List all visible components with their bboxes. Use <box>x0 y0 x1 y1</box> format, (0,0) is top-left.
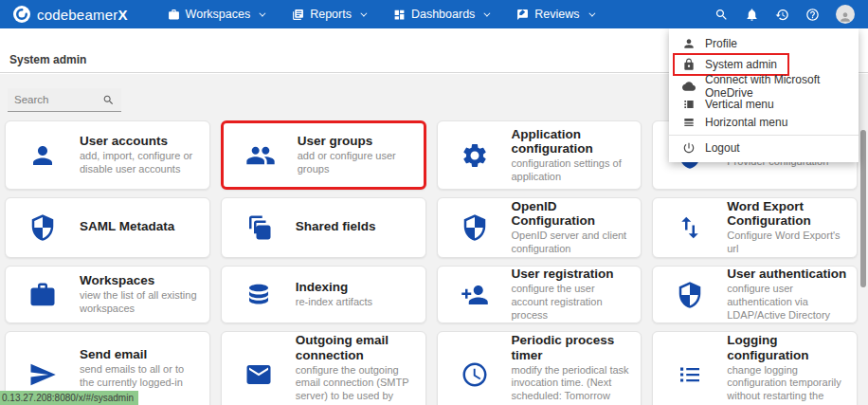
chevron-down-icon <box>260 9 266 16</box>
card-subtitle: re-index artifacts <box>296 296 416 309</box>
card-title: Logging configuration <box>727 333 847 361</box>
menu-item-horizontal-menu[interactable]: Horizontal menu <box>669 113 859 131</box>
card-user-groups[interactable]: User groupsadd or configure user groups <box>221 120 426 190</box>
menu-item-label: Profile <box>705 37 737 50</box>
shield-icon <box>653 281 727 309</box>
card-outgoing-email-connection[interactable]: Outgoing email connectionconfigure the o… <box>221 331 426 405</box>
menu-label: Reports <box>310 8 352 21</box>
card-title: User registration <box>512 267 632 281</box>
clock-icon <box>438 360 512 389</box>
history-icon[interactable] <box>775 8 789 22</box>
card-title: Send email <box>80 347 200 361</box>
scrollbar-thumb[interactable] <box>860 130 866 287</box>
card-title: Workspaces <box>80 273 200 287</box>
card-title: OpenID Configuration <box>512 199 632 228</box>
briefcase-icon <box>6 281 80 309</box>
card-saml-metadata[interactable]: SAML Metadata <box>5 197 210 258</box>
card-title: User accounts <box>80 134 200 148</box>
card-openid-configuration[interactable]: OpenID ConfigurationOpenID server and cl… <box>437 197 642 258</box>
cloud-icon <box>682 80 696 93</box>
user-dropdown-menu: Profile System admin Connect with Micros… <box>669 28 859 162</box>
notifications-icon[interactable] <box>745 8 759 22</box>
menu-item-label: Vertical menu <box>705 98 774 111</box>
card-subtitle: view the list of all existing workspaces <box>80 289 200 316</box>
menu-workspaces[interactable]: Workspaces <box>168 8 264 21</box>
horizontal-menu-icon <box>682 116 696 129</box>
chevron-down-icon <box>484 9 491 16</box>
status-url: 0.13.27.208:8080/x/#/sysadmin <box>0 391 138 405</box>
layers-icon <box>222 213 296 242</box>
reviews-icon <box>516 9 529 21</box>
user-icon <box>6 141 80 170</box>
menu-item-label: Connect with Microsoft OneDrive <box>705 73 845 100</box>
navbar-actions <box>714 5 855 24</box>
card-word-export-configuration[interactable]: Word Export ConfigurationConfigure Word … <box>652 197 858 258</box>
card-title: Application configuration <box>512 127 632 156</box>
card-title: Periodic process timer <box>512 333 632 361</box>
menu-item-onedrive[interactable]: Connect with Microsoft OneDrive <box>669 77 859 95</box>
card-indexing[interactable]: Indexingre-index artifacts <box>221 266 426 323</box>
database-icon <box>222 281 296 309</box>
card-subtitle: OpenID server and client configuration <box>512 230 632 256</box>
card-title: User authentication <box>727 267 847 281</box>
profile-icon <box>682 37 696 50</box>
send-icon <box>6 360 80 389</box>
menu-reports[interactable]: Reports <box>292 8 365 21</box>
search-input[interactable] <box>14 94 102 105</box>
card-subtitle: configure the outgoing email connection … <box>296 364 416 405</box>
search-icon[interactable] <box>714 8 729 22</box>
card-subtitle: add, import, configure or disable user a… <box>80 150 200 176</box>
envelope-icon <box>222 360 296 389</box>
avatar-person-icon <box>839 10 852 24</box>
chevron-down-icon <box>588 9 595 16</box>
menu-item-label: System admin <box>705 58 777 71</box>
card-subtitle: change logging configuration temporarily… <box>727 364 847 405</box>
card-periodic-process-timer[interactable]: Periodic process timermodify the periodi… <box>437 331 642 405</box>
menu-item-profile[interactable]: Profile <box>669 34 859 52</box>
shield-icon <box>6 213 80 242</box>
card-user-accounts[interactable]: User accountsadd, import, configure or d… <box>5 120 210 190</box>
card-title: User groups <box>298 134 414 148</box>
top-navbar: codebeamerX Workspaces Reports Dashboard… <box>0 0 868 28</box>
card-shared-fields[interactable]: Shared fields <box>221 197 426 258</box>
power-icon <box>682 141 696 155</box>
help-icon[interactable] <box>805 8 820 22</box>
card-application-configuration[interactable]: Application configurationconfiguration s… <box>437 120 642 190</box>
card-user-registration[interactable]: User registrationconfigure the user acco… <box>437 266 642 323</box>
search-icon[interactable] <box>102 94 115 106</box>
card-subtitle: configure user authentication via LDAP/A… <box>727 283 847 322</box>
menu-reviews[interactable]: Reviews <box>516 8 592 21</box>
search-field <box>8 88 121 112</box>
users-icon <box>224 140 298 171</box>
menu-label: Workspaces <box>186 8 251 21</box>
menu-item-logout[interactable]: Logout <box>669 138 859 156</box>
menu-item-label: Logout <box>705 141 740 155</box>
page-title: System admin <box>9 53 86 66</box>
dashboard-icon <box>393 9 406 21</box>
briefcase-icon <box>168 9 180 21</box>
card-subtitle: add or configure user groups <box>298 150 414 176</box>
list-icon <box>653 360 727 389</box>
main-menu: Workspaces Reports Dashboards Reviews <box>168 8 593 21</box>
menu-dashboards[interactable]: Dashboards <box>393 8 488 21</box>
app-logo[interactable]: codebeamerX <box>13 6 128 23</box>
brand-name: codebeamerX <box>37 7 128 23</box>
card-user-authentication[interactable]: User authenticationconfigure user authen… <box>652 266 858 323</box>
admin-cards-grid: User accountsadd, import, configure or d… <box>5 120 858 405</box>
gear-icon <box>438 141 512 170</box>
card-logging-configuration[interactable]: Logging configurationchange logging conf… <box>652 331 858 405</box>
codebeamer-logo-icon <box>13 6 30 23</box>
card-title: Shared fields <box>296 219 416 233</box>
shield-icon <box>438 213 512 242</box>
card-subtitle: Configure Word Export's url <box>727 230 847 256</box>
card-subtitle: configuration settings of application <box>512 157 632 184</box>
menu-label: Dashboards <box>411 8 475 21</box>
person-add-icon <box>438 281 512 309</box>
chevron-down-icon <box>360 9 367 16</box>
menu-divider <box>669 135 859 136</box>
card-subtitle: modify the periodical task invocation ti… <box>512 364 632 405</box>
card-title: Outgoing email connection <box>296 333 416 361</box>
user-avatar[interactable] <box>836 5 855 24</box>
card-title: Word Export Configuration <box>727 199 847 228</box>
card-workspaces[interactable]: Workspacesview the list of all existing … <box>5 266 210 323</box>
